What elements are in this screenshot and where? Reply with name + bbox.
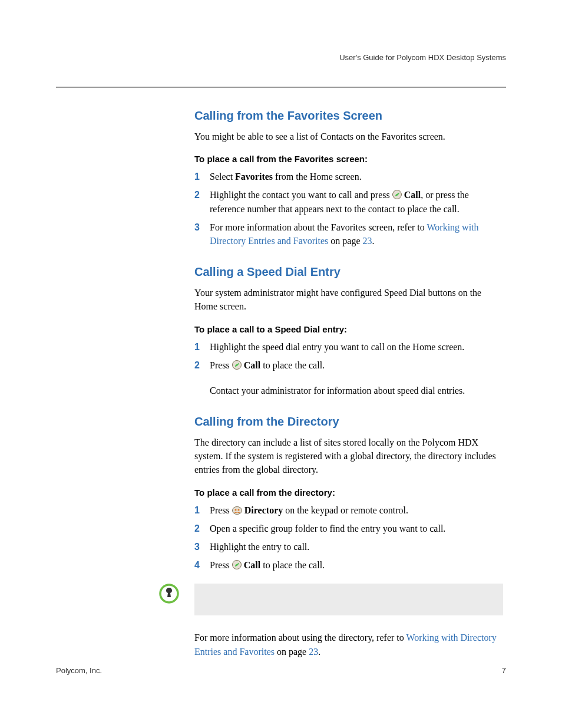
page-footer: Polycom, Inc. 7 bbox=[56, 666, 506, 675]
main-content: Calling from the Favorites Screen You mi… bbox=[194, 109, 503, 658]
call-icon bbox=[232, 559, 242, 569]
step-number: 1 bbox=[194, 503, 210, 517]
section-heading-favorites: Calling from the Favorites Screen bbox=[194, 109, 503, 123]
step-text: Press Call to place the call. bbox=[210, 558, 503, 572]
step-number: 2 bbox=[194, 522, 210, 535]
step-item: 3 Highlight the entry to call. bbox=[194, 540, 503, 554]
step-number: 2 bbox=[194, 188, 210, 215]
svg-point-3 bbox=[234, 509, 236, 510]
step-text: For more information about the Favorites… bbox=[210, 220, 503, 248]
footer-company: Polycom, Inc. bbox=[56, 666, 102, 675]
step-item: 1 Select Favorites from the Home screen. bbox=[194, 170, 503, 183]
svg-point-4 bbox=[237, 509, 239, 510]
section-heading-speeddial: Calling a Speed Dial Entry bbox=[194, 265, 503, 279]
step-text: Highlight the entry to call. bbox=[210, 540, 503, 554]
step-item: 3 For more information about the Favorit… bbox=[194, 220, 503, 248]
step-item: 2 Press Call to place the call. bbox=[194, 358, 503, 372]
note-block bbox=[194, 584, 503, 615]
page-ref-link[interactable]: 23 bbox=[309, 647, 318, 657]
call-icon bbox=[392, 189, 402, 199]
footer-page-number: 7 bbox=[502, 666, 506, 675]
step-number: 1 bbox=[194, 170, 210, 183]
section-subhead: To place a call from the directory: bbox=[194, 487, 503, 498]
note-body bbox=[194, 584, 503, 615]
step-extra-text: Contact your administrator for informati… bbox=[210, 384, 503, 397]
page: User's Guide for Polycom HDX Desktop Sys… bbox=[0, 0, 562, 728]
call-icon bbox=[232, 360, 242, 369]
step-item: 1 Highlight the speed dial entry you wan… bbox=[194, 340, 503, 354]
steps-list: 1 Press Directory on the keypad or remot… bbox=[194, 503, 503, 572]
step-item: 1 Press Directory on the keypad or remot… bbox=[194, 503, 503, 517]
step-text: Select Favorites from the Home screen. bbox=[210, 170, 503, 183]
step-text: Press Directory on the keypad or remote … bbox=[210, 503, 503, 517]
page-ref-link[interactable]: 23 bbox=[362, 236, 372, 246]
header-rule bbox=[56, 87, 506, 88]
step-item: 2 Highlight the contact you want to call… bbox=[194, 188, 503, 215]
step-number: 3 bbox=[194, 220, 210, 248]
closing-paragraph: For more information about using the dir… bbox=[194, 631, 503, 658]
step-item: 4 Press Call to place the call. bbox=[194, 558, 503, 572]
step-number: 3 bbox=[194, 540, 210, 554]
note-pin-icon bbox=[159, 584, 179, 604]
section-intro: You might be able to see a list of Conta… bbox=[194, 130, 503, 143]
step-number: 1 bbox=[194, 340, 210, 354]
directory-icon bbox=[232, 505, 242, 513]
step-text: Highlight the speed dial entry you want … bbox=[210, 340, 503, 354]
steps-list: 1 Highlight the speed dial entry you wan… bbox=[194, 340, 503, 372]
section-intro: Your system administrator might have con… bbox=[194, 286, 503, 313]
svg-point-2 bbox=[232, 506, 242, 514]
step-text: Press Call to place the call. bbox=[210, 358, 503, 372]
step-text: Highlight the contact you want to call a… bbox=[210, 188, 503, 215]
section-heading-directory: Calling from the Directory bbox=[194, 415, 503, 429]
section-subhead: To place a call to a Speed Dial entry: bbox=[194, 324, 503, 334]
step-item: 2 Open a specific group folder to find t… bbox=[194, 522, 503, 535]
section-subhead: To place a call from the Favorites scree… bbox=[194, 154, 503, 164]
step-number: 4 bbox=[194, 558, 210, 572]
step-text: Open a specific group folder to find the… bbox=[210, 522, 503, 535]
running-header: User's Guide for Polycom HDX Desktop Sys… bbox=[56, 53, 506, 65]
step-number: 2 bbox=[194, 358, 210, 372]
steps-list: 1 Select Favorites from the Home screen.… bbox=[194, 170, 503, 248]
section-intro: The directory can include a list of site… bbox=[194, 436, 503, 477]
